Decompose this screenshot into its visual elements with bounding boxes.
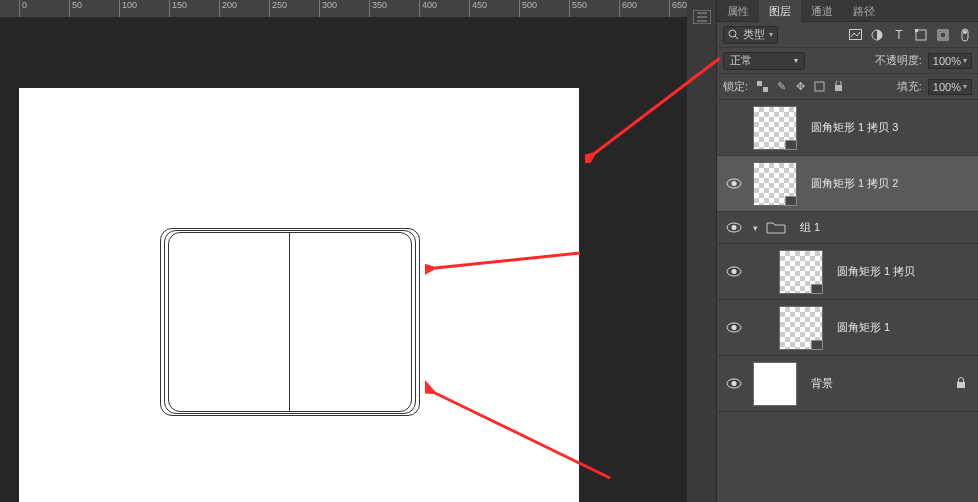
panel-body: 属性 图层 通道 路径 类型 ▾ T 正常 ▾ xyxy=(717,0,978,502)
blend-mode-row: 正常 ▾ 不透明度: 100% ▾ xyxy=(717,48,978,74)
svg-rect-17 xyxy=(940,32,946,38)
search-icon xyxy=(728,29,739,40)
layer-name[interactable]: 组 1 xyxy=(800,220,820,235)
ruler-horizontal: 050100150200250300350400450500550600650 xyxy=(0,0,687,18)
visibility-toggle[interactable] xyxy=(721,178,747,189)
layer-name[interactable]: 圆角矩形 1 xyxy=(837,320,890,335)
blend-mode-value: 正常 xyxy=(730,53,752,68)
ruler-tick: 100 xyxy=(119,0,137,18)
filter-shape-icon[interactable] xyxy=(914,28,928,42)
lock-brush-icon[interactable]: ✎ xyxy=(775,80,788,93)
layer-thumbnail[interactable] xyxy=(753,106,797,150)
layer-name[interactable]: 圆角矩形 1 拷贝 xyxy=(837,264,915,279)
filter-type-icons: T xyxy=(848,28,972,42)
layers-panel: 属性 图层 通道 路径 类型 ▾ T 正常 ▾ xyxy=(687,0,978,502)
ruler-tick: 450 xyxy=(469,0,487,18)
layer-thumbnail[interactable] xyxy=(779,250,823,294)
fill-input[interactable]: 100% ▾ xyxy=(928,79,972,95)
lock-artboard-icon[interactable] xyxy=(813,80,826,93)
ruler-tick: 550 xyxy=(569,0,587,18)
layer-name[interactable]: 圆角矩形 1 拷贝 3 xyxy=(811,120,898,135)
svg-rect-23 xyxy=(815,82,824,91)
group-expand-toggle[interactable]: ▾ xyxy=(753,223,758,233)
shape-layer-badge-icon xyxy=(811,284,823,294)
tab-layers[interactable]: 图层 xyxy=(759,0,801,22)
layer-row[interactable]: 圆角矩形 1 xyxy=(717,300,978,356)
filter-adjust-icon[interactable] xyxy=(870,28,884,42)
ruler-tick: 150 xyxy=(169,0,187,18)
svg-line-11 xyxy=(735,36,738,39)
visibility-toggle[interactable] xyxy=(721,378,747,389)
svg-point-10 xyxy=(729,30,736,37)
lock-label: 锁定: xyxy=(723,79,748,94)
shape-layer-badge-icon xyxy=(785,196,797,206)
shape-layer-badge-icon xyxy=(785,140,797,150)
layer-filter-row: 类型 ▾ T xyxy=(717,22,978,48)
lock-position-icon[interactable]: ✥ xyxy=(794,80,807,93)
folder-icon xyxy=(766,220,786,236)
visibility-toggle[interactable] xyxy=(721,222,747,233)
canvas-area: 050100150200250300350400450500550600650 xyxy=(0,0,687,502)
filter-smart-icon[interactable] xyxy=(936,28,950,42)
layer-group[interactable]: ▾组 1 xyxy=(717,212,978,244)
lock-row: 锁定: ✎ ✥ 填充: 100% ▾ xyxy=(717,74,978,100)
svg-rect-22 xyxy=(763,87,768,92)
ruler-tick: 350 xyxy=(369,0,387,18)
chevron-down-icon: ▾ xyxy=(794,56,798,65)
layer-row[interactable]: 圆角矩形 1 拷贝 xyxy=(717,244,978,300)
filter-type-icon[interactable]: T xyxy=(892,28,906,42)
ruler-tick: 600 xyxy=(619,0,637,18)
svg-point-19 xyxy=(963,30,967,34)
visibility-toggle[interactable] xyxy=(721,322,747,333)
opacity-input[interactable]: 100% ▾ xyxy=(928,53,972,69)
panel-tabs: 属性 图层 通道 路径 xyxy=(717,0,978,22)
filter-toggle[interactable] xyxy=(958,28,972,42)
tab-channels[interactable]: 通道 xyxy=(801,0,843,22)
ruler-tick: 400 xyxy=(419,0,437,18)
tab-properties[interactable]: 属性 xyxy=(717,0,759,22)
chevron-down-icon: ▾ xyxy=(963,56,967,65)
layer-row[interactable]: 圆角矩形 1 拷贝 2 xyxy=(717,156,978,212)
tab-paths[interactable]: 路径 xyxy=(843,0,885,22)
layer-thumbnail[interactable] xyxy=(779,306,823,350)
fill-label: 填充: xyxy=(897,79,922,94)
svg-point-30 xyxy=(732,269,737,274)
book-spine-line xyxy=(289,232,290,412)
blend-mode-select[interactable]: 正常 ▾ xyxy=(723,52,805,70)
svg-point-34 xyxy=(732,381,737,386)
ruler-tick: 300 xyxy=(319,0,337,18)
ruler-tick: 250 xyxy=(269,0,287,18)
svg-point-26 xyxy=(732,181,737,186)
layer-thumbnail[interactable] xyxy=(753,362,797,406)
svg-rect-24 xyxy=(835,85,842,91)
opacity-value: 100% xyxy=(933,55,961,67)
filter-pixel-icon[interactable] xyxy=(848,28,862,42)
layer-thumbnail[interactable] xyxy=(753,162,797,206)
layer-name[interactable]: 背景 xyxy=(811,376,833,391)
layer-row[interactable]: 圆角矩形 1 拷贝 3 xyxy=(717,100,978,156)
document-viewport[interactable] xyxy=(0,18,687,502)
panel-dock xyxy=(687,0,717,502)
svg-point-28 xyxy=(732,225,737,230)
opacity-label: 不透明度: xyxy=(875,53,922,68)
layer-list: 圆角矩形 1 拷贝 3圆角矩形 1 拷贝 2▾组 1圆角矩形 1 拷贝圆角矩形 … xyxy=(717,100,978,502)
lock-icons-group: ✎ ✥ xyxy=(756,80,845,93)
svg-rect-21 xyxy=(757,81,762,86)
filter-kind-label: 类型 xyxy=(743,27,765,42)
rounded-rect-shape[interactable] xyxy=(168,232,412,412)
lock-all-icon[interactable] xyxy=(832,80,845,93)
ruler-tick: 50 xyxy=(69,0,82,18)
collapse-panel-icon[interactable] xyxy=(693,10,711,24)
ruler-tick: 650 xyxy=(669,0,687,18)
lock-icon[interactable] xyxy=(956,377,966,391)
layer-row[interactable]: 背景 xyxy=(717,356,978,412)
ruler-tick: 500 xyxy=(519,0,537,18)
visibility-toggle[interactable] xyxy=(721,266,747,277)
filter-kind-select[interactable]: 类型 ▾ xyxy=(723,26,778,44)
ruler-tick: 0 xyxy=(19,0,27,18)
layer-name[interactable]: 圆角矩形 1 拷贝 2 xyxy=(811,176,898,191)
svg-rect-35 xyxy=(957,382,965,388)
shape-layer-badge-icon xyxy=(811,340,823,350)
lock-pixels-icon[interactable] xyxy=(756,80,769,93)
svg-point-32 xyxy=(732,325,737,330)
